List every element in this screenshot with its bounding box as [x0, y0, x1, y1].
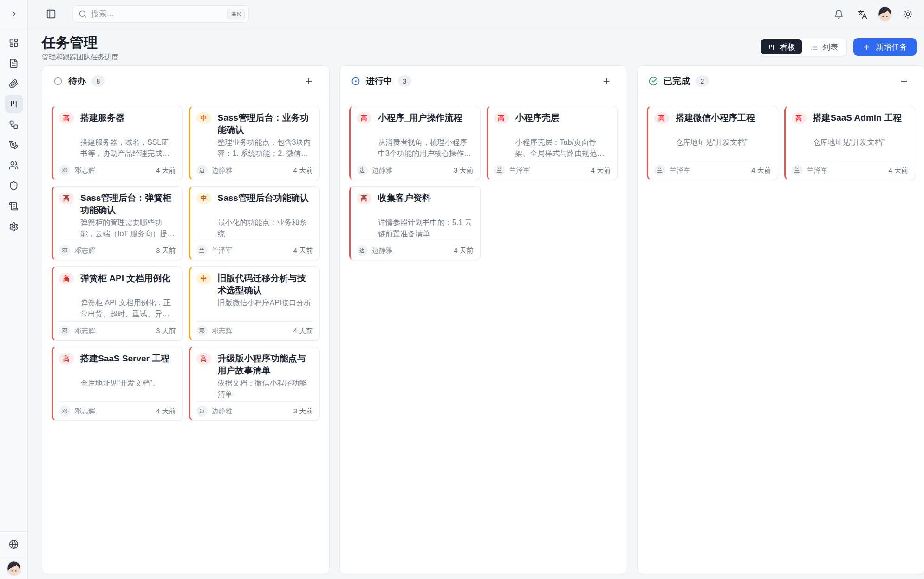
- task-card[interactable]: 高小程序壳层 小程序壳层：Tab/页面骨架、全局样式与路由规范落地 兰兰泽军4 …: [487, 106, 618, 180]
- task-card[interactable]: 高小程序_用户操作流程 从消费者视角，梳理小程序中3个功能的用户核心操作流程，并…: [349, 106, 481, 180]
- notifications-button[interactable]: [830, 5, 847, 23]
- column-header: 已完成 2: [638, 66, 924, 96]
- assignee-name: 边静雅: [372, 246, 393, 255]
- assignee-name: 边静雅: [212, 166, 233, 175]
- search-icon: [78, 10, 87, 18]
- divider: [0, 531, 27, 532]
- assignee-name: 邓志辉: [74, 407, 95, 416]
- language-button[interactable]: [5, 535, 23, 553]
- sidebar-toggle-button[interactable]: [42, 5, 60, 23]
- sidebar-footer: [0, 528, 27, 579]
- sidebar-profile-avatar[interactable]: [6, 560, 22, 576]
- priority-badge: 中: [196, 273, 211, 284]
- task-card[interactable]: 高搭建微信小程序工程 仓库地址见“开发文档” 兰兰泽军4 天前: [647, 106, 778, 180]
- column-count-badge: 8: [91, 75, 105, 87]
- card-description: 从消费者视角，梳理小程序中3个功能的用户核心操作流程，并: [378, 137, 474, 159]
- search-box: ⌘K: [72, 5, 249, 23]
- priority-badge: 高: [357, 112, 371, 124]
- plus-icon: [863, 43, 871, 51]
- sidebar-item-security[interactable]: [5, 176, 23, 195]
- sidebar-item-dashboard[interactable]: [5, 33, 23, 52]
- assignee-avatar: 邓: [59, 325, 70, 336]
- task-card[interactable]: 中Sass管理后台：业务功能确认 整理业务功能点，包含3块内容：1. 系统功能；…: [189, 106, 320, 180]
- chevron-right-icon: [9, 9, 19, 19]
- add-card-button[interactable]: [895, 72, 913, 90]
- kanban-icon: [9, 99, 19, 109]
- sidebar-item-changelog[interactable]: [5, 197, 23, 215]
- sidebar-item-team[interactable]: [5, 156, 23, 174]
- plus-icon: [304, 77, 313, 86]
- task-card[interactable]: 中旧版代码迁移分析与技术选型确认 旧版微信小程序API接口分析 邓邓志辉4 天前: [189, 266, 320, 341]
- assignee-avatar: 兰: [196, 245, 208, 256]
- topbar-actions: [830, 5, 917, 23]
- task-card[interactable]: 高升级版小程序功能点与用户故事清单 依据文档：微信小程序功能清单 边边静雅3 天…: [189, 347, 320, 421]
- translate-button[interactable]: [853, 5, 871, 23]
- sidebar-item-workflow[interactable]: [5, 115, 23, 134]
- card-description: 最小化的功能点：业务和系统: [218, 217, 313, 239]
- page-title: 任务管理: [42, 35, 118, 51]
- view-list-button[interactable]: 列表: [803, 39, 845, 54]
- task-card[interactable]: 高搭建服务器 搭建服务器，域名，SSL证书等，协助产品经理完成客户资料 邓邓志辉…: [52, 106, 183, 180]
- languages-icon: [858, 9, 867, 19]
- search-input[interactable]: [91, 9, 223, 19]
- card-description: 仓库地址见“开发文档”: [813, 137, 909, 159]
- priority-badge: 高: [59, 273, 74, 284]
- column-done: 已完成 2 高搭建微信小程序工程 仓库地址见“开发文档” 兰兰泽军4 天前 高搭…: [637, 65, 924, 574]
- priority-badge: 高: [196, 353, 211, 365]
- assignee-name: 邓志辉: [212, 327, 233, 335]
- assignee-name: 邓志辉: [74, 246, 95, 255]
- card-list: 高小程序_用户操作流程 从消费者视角，梳理小程序中3个功能的用户核心操作流程，并…: [340, 96, 627, 270]
- panel-left-icon: [46, 9, 56, 19]
- sidebar: [0, 0, 28, 579]
- task-card[interactable]: 高收集客户资料 详情参照计划书中的：5.1 云链前置准备清单 边边静雅4 天前: [349, 186, 481, 260]
- topbar: ⌘K: [28, 0, 924, 28]
- file-text-icon: [9, 58, 19, 68]
- avatar: [877, 6, 893, 22]
- card-description: 整理业务功能点，包含3块内容：1. 系统功能；2. 微信端；3.: [218, 137, 313, 159]
- task-card[interactable]: 高Sass管理后台：弹簧柜功能确认 弹簧柜的管理需要哪些功能，云端（IoT 服务…: [52, 186, 183, 260]
- add-card-button[interactable]: [597, 72, 616, 90]
- card-title: 搭建微信小程序工程: [676, 112, 755, 136]
- user-avatar-button[interactable]: [877, 6, 893, 22]
- card-timestamp: 4 天前: [591, 166, 611, 175]
- column-count-badge: 3: [398, 75, 411, 87]
- theme-toggle-button[interactable]: [899, 5, 917, 23]
- task-card[interactable]: 高搭建SaaS Admin 工程 仓库地址见“开发文档” 兰兰泽军4 天前: [784, 106, 916, 180]
- assignee-name: 兰泽军: [212, 246, 233, 255]
- priority-badge: 高: [59, 353, 74, 365]
- new-task-button[interactable]: 新增任务: [853, 38, 917, 56]
- assignee-name: 邓志辉: [74, 327, 95, 335]
- task-card[interactable]: 高弹簧柜 API 文档用例化 弹簧柜 API 文档用例化：正常出货、超时、重试、…: [52, 266, 183, 341]
- sidebar-item-documents[interactable]: [5, 54, 23, 72]
- plus-icon: [602, 77, 611, 86]
- card-description: 旧版微信小程序API接口分析: [218, 297, 313, 320]
- column-header: 进行中 3: [340, 66, 627, 96]
- card-title: Sass管理后台：弹簧柜功能确认: [80, 192, 176, 216]
- assignee-avatar: 边: [357, 165, 368, 176]
- circle-dot-icon: [351, 77, 360, 86]
- plus-icon: [899, 77, 909, 86]
- priority-badge: 高: [654, 112, 669, 124]
- view-list-label: 列表: [822, 42, 838, 52]
- card-list: 高搭建服务器 搭建服务器，域名，SSL证书等，协助产品经理完成客户资料 邓邓志辉…: [42, 96, 329, 430]
- sidebar-item-attachments[interactable]: [5, 74, 23, 93]
- sidebar-item-settings[interactable]: [5, 217, 23, 236]
- main-area: ⌘K 任务管理 管理和跟踪团队任务进度 看板: [28, 0, 924, 579]
- card-title: Sass管理后台功能确认: [218, 192, 309, 216]
- priority-badge: 中: [196, 112, 211, 124]
- priority-badge: 高: [59, 112, 74, 124]
- task-card[interactable]: 高搭建SaaS Server 工程 仓库地址见“开发文档”。 邓邓志辉4 天前: [52, 347, 183, 421]
- card-timestamp: 4 天前: [156, 407, 176, 416]
- sidebar-item-design[interactable]: [5, 135, 23, 154]
- sidebar-expand-button[interactable]: [5, 5, 23, 23]
- card-description: 搭建服务器，域名，SSL证书等，协助产品经理完成客户资料: [80, 137, 176, 159]
- view-kanban-button[interactable]: 看板: [761, 39, 802, 54]
- sidebar-item-tasks[interactable]: [5, 95, 23, 113]
- page-subtitle: 管理和跟踪团队任务进度: [42, 53, 118, 62]
- card-title: 搭建服务器: [80, 112, 124, 136]
- task-card[interactable]: 中Sass管理后台功能确认 最小化的功能点：业务和系统 兰兰泽军4 天前: [189, 186, 320, 260]
- assignee-name: 边静雅: [372, 166, 393, 175]
- card-title: Sass管理后台：业务功能确认: [218, 112, 313, 136]
- add-card-button[interactable]: [299, 72, 318, 90]
- circle-check-icon: [649, 77, 658, 86]
